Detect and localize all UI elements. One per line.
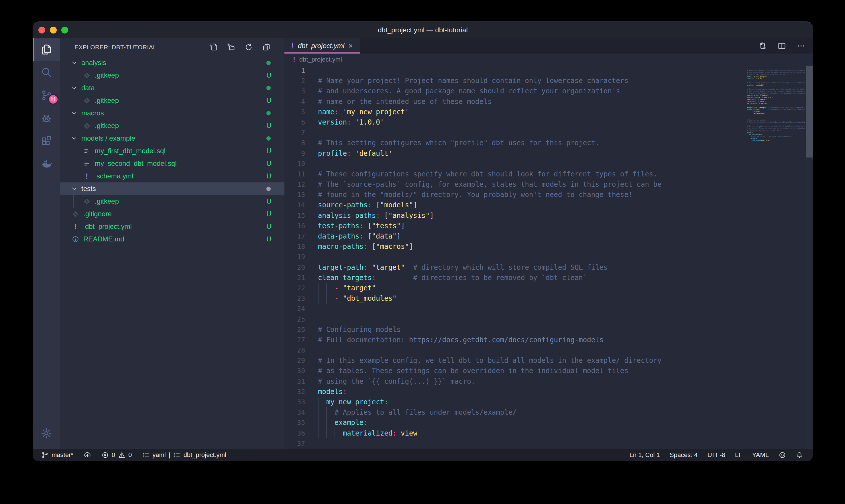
scm-changes-badge: 11 — [48, 94, 58, 105]
tree-item-my-first-dbt-model-sql[interactable]: my_first_dbt_model.sqlU — [60, 145, 284, 157]
tree-item-gitkeep[interactable]: .gitkeepU — [60, 195, 284, 208]
status-eol[interactable]: LF — [735, 451, 742, 459]
tree-item-label: .gitkeep — [95, 96, 119, 105]
line-number: 20 — [284, 262, 305, 273]
line-number: 4 — [284, 96, 305, 107]
refresh-explorer-button[interactable] — [244, 43, 253, 52]
code-line-33: 33 my_new_project: — [284, 397, 813, 407]
code-line-20: 20target-path: "target" # directory whic… — [284, 262, 813, 273]
line-number: 12 — [284, 179, 305, 190]
activity-item-source-control[interactable]: 11 — [33, 84, 60, 107]
new-file-button[interactable] — [209, 43, 217, 52]
line-number: 17 — [284, 231, 305, 241]
tree-item-macros[interactable]: macros — [60, 107, 284, 120]
tree-item-models-example[interactable]: models / example — [60, 132, 284, 145]
git-changes-dot — [266, 136, 271, 141]
status-cursor-position[interactable]: Ln 1, Col 1 — [629, 451, 660, 459]
collapse-folders-button[interactable] — [262, 43, 271, 52]
code-text: macro-paths: ["macros"] — [318, 241, 413, 252]
minimap-line: - "dbt_modules" — [745, 113, 805, 115]
line-number: 9 — [284, 148, 305, 159]
indent-guide — [318, 428, 319, 438]
code-line-7: 7 — [284, 127, 813, 138]
code-text: # name or the intended use of these mode… — [318, 96, 492, 107]
git-file-icon — [72, 210, 79, 218]
minimap-line: target-path: "target" # directory which … — [745, 107, 805, 109]
status-sync-status[interactable] — [84, 451, 91, 459]
git-untracked-badge: U — [266, 223, 271, 231]
code-line-2: 2# Name your project! Project names shou… — [284, 76, 813, 86]
indent-guide — [326, 407, 327, 417]
tree-item-data[interactable]: data — [60, 82, 284, 94]
activity-item-search[interactable] — [33, 61, 60, 84]
tree-item-readme-md[interactable]: README.mdU — [60, 233, 284, 246]
close-tab-icon[interactable]: × — [348, 41, 353, 50]
tree-item-gitkeep[interactable]: .gitkeepU — [60, 94, 284, 107]
activity-item-extensions[interactable] — [33, 130, 60, 152]
tree-item-tests[interactable]: tests — [60, 182, 284, 195]
activity-item-docker[interactable] — [33, 152, 60, 176]
title-bar: dbt_project.yml — dbt-tutorial — [33, 22, 813, 38]
minimap[interactable]: # Name your project! Project names shoul… — [745, 65, 805, 449]
git-untracked-badge: U — [266, 210, 271, 218]
status-text: UTF-8 — [707, 451, 725, 459]
status-bar-left: master*00yaml|dbt_project.yml — [41, 449, 226, 461]
status-git-branch-status[interactable]: master* — [41, 451, 73, 459]
line-number: 15 — [284, 211, 305, 221]
minimap-line: materialized: view — [745, 140, 805, 142]
indent-guide — [318, 397, 319, 407]
status-encoding[interactable]: UTF-8 — [707, 451, 725, 459]
tree-item-gitignore[interactable]: .gitignoreU — [60, 208, 284, 220]
code-line-27: 27# Full documentation: https://docs.get… — [284, 335, 813, 345]
checklist-icon — [142, 451, 149, 459]
minimap-line: name: 'my_new_project' — [745, 76, 805, 78]
code-line-31: 31# using the `{{ config(...) }}` macro. — [284, 376, 813, 386]
tree-item-dbt-project-yml[interactable]: !dbt_project.ymlU — [60, 220, 284, 233]
line-number: 18 — [284, 241, 305, 252]
status-problems-status[interactable]: 00 — [102, 451, 132, 459]
bug-icon — [40, 112, 52, 124]
status-notifications[interactable] — [796, 451, 803, 459]
activity-item-run-debug[interactable] — [33, 107, 60, 130]
code-line-13: 13# found in the "models/" directory. Yo… — [284, 190, 813, 200]
code-text: source-paths: ["models"] — [318, 200, 417, 210]
checklist-icon — [173, 451, 180, 459]
code-text: # using the `{{ config(...) }}` macro. — [318, 376, 475, 386]
breadcrumb[interactable]: ! dbt_project.yml — [284, 54, 813, 65]
git-file-icon — [83, 72, 91, 79]
activity-item-explorer[interactable] — [33, 38, 60, 61]
indent-guide — [326, 428, 327, 438]
status-feedback[interactable] — [778, 451, 786, 459]
tree-item-gitkeep[interactable]: .gitkeepU — [60, 120, 284, 132]
search-icon — [40, 67, 52, 78]
window-title: dbt_project.yml — dbt-tutorial — [33, 22, 813, 38]
split-editor-button[interactable] — [777, 41, 786, 50]
status-linter-status[interactable]: yaml|dbt_project.yml — [142, 451, 226, 459]
chevron-down-icon — [70, 59, 78, 67]
tree-item-schema-yml[interactable]: !schema.ymlU — [60, 170, 284, 182]
tree-item-gitkeep[interactable]: .gitkeepU — [60, 69, 284, 82]
editor[interactable]: 12# Name your project! Project names sho… — [284, 65, 813, 449]
yaml-warning-icon: ! — [293, 56, 295, 63]
code-line-21: 21clean-targets: # directories to be rem… — [284, 273, 813, 283]
activity-item-settings[interactable] — [33, 422, 60, 445]
tree-item-analysis[interactable]: analysis — [60, 56, 284, 69]
new-folder-button[interactable] — [227, 43, 235, 52]
status-language-mode[interactable]: YAML — [752, 451, 769, 459]
line-number: 33 — [284, 397, 305, 407]
activity-bar-items: 11 — [33, 38, 60, 176]
sql-file-icon — [83, 160, 91, 167]
scrollbar-thumb[interactable] — [806, 66, 813, 158]
status-indentation[interactable]: Spaces: 4 — [670, 451, 698, 459]
line-number: 27 — [284, 335, 305, 345]
extensions-icon — [40, 135, 52, 147]
open-changes-button[interactable] — [758, 41, 767, 50]
breadcrumb-file-label[interactable]: dbt_project.yml — [299, 56, 342, 63]
tree-item-my-second-dbt-model-sql[interactable]: my_second_dbt_model.sqlU — [60, 157, 284, 170]
tab-dbt-project-yml[interactable]: ! dbt_project.yml × — [284, 38, 360, 54]
screen: dbt_project.yml — dbt-tutorial 11 EXPLOR… — [0, 0, 845, 504]
git-untracked-badge: U — [266, 72, 271, 79]
minimap-line: example: — [745, 138, 805, 140]
line-number: 13 — [284, 190, 305, 200]
more-actions-button[interactable] — [796, 41, 806, 50]
